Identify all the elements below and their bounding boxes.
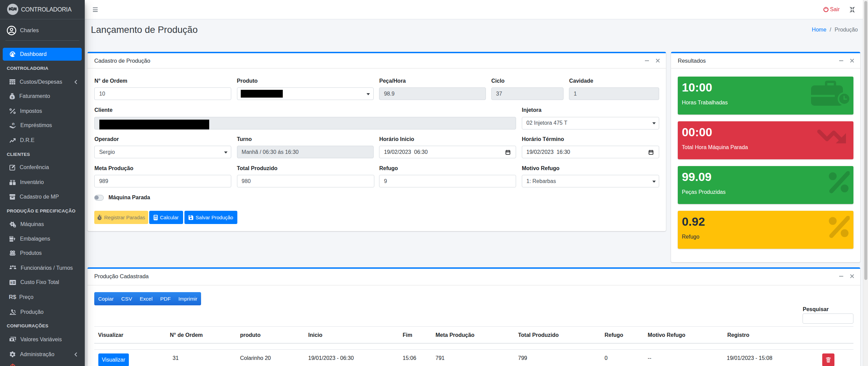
svg-text:$: $ <box>10 281 12 284</box>
svg-text:$: $ <box>11 95 13 99</box>
